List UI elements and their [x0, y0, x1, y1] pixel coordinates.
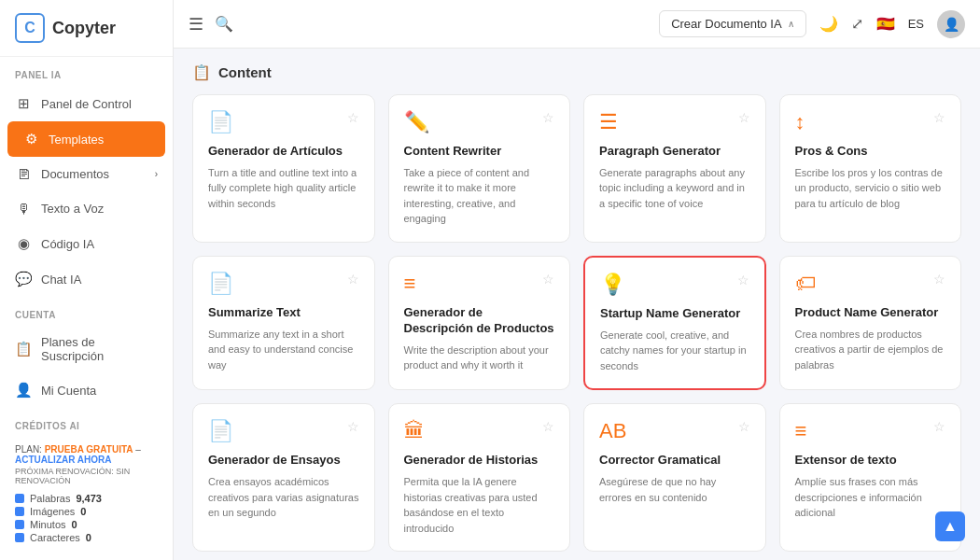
card-star[interactable]: ☆ [738, 419, 750, 434]
card-icon: ✏️ [404, 110, 429, 134]
card-generador-articulos[interactable]: 📄 ☆ Generador de Artículos Turn a title … [192, 94, 375, 243]
credit-palabras: Palabras 9,473 [15, 493, 158, 504]
card-desc: Crea ensayos académicos creativos para v… [208, 474, 359, 521]
card-star[interactable]: ☆ [933, 110, 945, 125]
codigo-ia-icon: ◉ [15, 235, 32, 252]
card-star[interactable]: ☆ [933, 272, 945, 287]
card-title: Generador de Ensayos [208, 453, 359, 469]
planes-label: Planes de Suscripción [41, 335, 158, 363]
card-icon: ☰ [599, 110, 618, 134]
card-icon: 📄 [208, 110, 233, 134]
plan-sep: – [135, 444, 141, 455]
card-icon: AB [599, 419, 626, 443]
codigo-ia-label: Código IA [41, 237, 94, 251]
panel-ia-label: PANEL IA [0, 57, 173, 86]
chat-ia-icon: 💬 [15, 271, 32, 287]
card-title: Generador de Historias [404, 453, 555, 469]
card-desc: Summarize any text in a short and easy t… [208, 327, 359, 373]
menu-icon[interactable]: ☰ [189, 14, 203, 35]
card-icon: ≡ [404, 272, 416, 296]
card-summarize-text[interactable]: 📄 ☆ Summarize Text Summarize any text in… [192, 256, 375, 390]
card-title: Generador de Descripción de Productos [404, 305, 555, 337]
card-star[interactable]: ☆ [347, 110, 359, 125]
card-title: Summarize Text [208, 305, 359, 321]
card-startup-name-generator[interactable]: 💡 ☆ Startup Name Generator Generate cool… [583, 256, 766, 390]
card-title: Pros & Cons [795, 144, 946, 160]
card-star[interactable]: ☆ [933, 419, 945, 434]
sidebar-item-panel-control[interactable]: ⊞ Panel de Control [0, 86, 173, 121]
credit-imagenes: Imágenes 0 [15, 506, 158, 517]
documentos-label: Documentos [41, 167, 109, 181]
card-desc: Crea nombres de productos creativos a pa… [795, 327, 946, 373]
card-desc: Turn a title and outline text into a ful… [208, 165, 359, 212]
sidebar-item-mi-cuenta[interactable]: 👤 Mi Cuenta [0, 372, 173, 408]
card-desc: Asegúrese de que no hay errores en su co… [599, 474, 750, 505]
content-area: 📋 Content 📄 ☆ Generador de Artículos Tur… [174, 49, 980, 560]
plan-upgrade[interactable]: ACTUALIZAR AHORA [15, 455, 112, 465]
sidebar-item-planes[interactable]: 📋 Planes de Suscripción [0, 326, 173, 372]
crear-documento-button[interactable]: Crear Documento IA ∧ [659, 10, 806, 37]
card-star[interactable]: ☆ [738, 110, 750, 125]
card-icon: 🏛 [404, 419, 425, 443]
user-avatar[interactable]: 👤 [937, 10, 965, 38]
card-top: 📄 ☆ [208, 419, 359, 443]
section-header: 📋 Content [192, 63, 961, 81]
card-top: ☰ ☆ [599, 110, 750, 134]
search-icon[interactable]: 🔍 [215, 15, 233, 33]
card-star[interactable]: ☆ [347, 272, 359, 287]
card-star[interactable]: ☆ [542, 110, 554, 125]
card-star[interactable]: ☆ [542, 419, 554, 434]
mi-cuenta-icon: 👤 [15, 382, 32, 399]
card-top: 🏛 ☆ [404, 419, 555, 443]
cards-grid: 📄 ☆ Generador de Artículos Turn a title … [192, 94, 961, 552]
sidebar-item-chat-ia[interactable]: 💬 Chat IA [0, 261, 173, 297]
card-title: Generador de Artículos [208, 144, 359, 160]
palabras-icon [15, 494, 24, 503]
card-title: Startup Name Generator [600, 306, 749, 322]
card-star[interactable]: ☆ [542, 272, 554, 287]
card-top: ≡ ☆ [795, 419, 946, 443]
templates-icon: ⚙ [22, 131, 39, 147]
sidebar-item-texto-voz[interactable]: 🎙 Texto a Voz [0, 191, 173, 226]
darkmode-icon[interactable]: 🌙 [819, 15, 838, 33]
card-title: Content Rewriter [404, 144, 555, 160]
card-icon: 💡 [600, 273, 625, 297]
imagenes-icon [15, 507, 24, 516]
card-pros-cons[interactable]: ↕ ☆ Pros & Cons Escribe los pros y los c… [779, 94, 962, 243]
card-desc: Write the description about your product… [404, 343, 555, 373]
sidebar-item-templates[interactable]: ⚙ Templates [7, 121, 165, 157]
texto-voz-label: Texto a Voz [41, 202, 104, 216]
scroll-top-button[interactable]: ▲ [935, 511, 965, 541]
sidebar: C Copyter PANEL IA ⊞ Panel de Control ⚙ … [0, 0, 174, 560]
card-generador-historias[interactable]: 🏛 ☆ Generador de Historias Permita que l… [388, 403, 571, 552]
sidebar-item-codigo-ia[interactable]: ◉ Código IA [0, 226, 173, 261]
card-product-name-generator[interactable]: 🏷 ☆ Product Name Generator Crea nombres … [779, 256, 962, 390]
plan-text: PLAN: PRUEBA GRATUITA – ACTUALIZAR AHORA [15, 444, 158, 465]
card-icon: ≡ [795, 419, 807, 443]
renovacion-text: PRÓXIMA RENOVACIÓN: SIN RENOVACIÓN [15, 467, 158, 485]
credits-section: PLAN: PRUEBA GRATUITA – ACTUALIZAR AHORA… [0, 437, 173, 553]
card-generador-descripcion[interactable]: ≡ ☆ Generador de Descripción de Producto… [388, 256, 571, 390]
minutos-icon [15, 520, 24, 529]
content-section-icon: 📋 [192, 63, 211, 81]
card-top: ≡ ☆ [404, 272, 555, 296]
templates-label: Templates [49, 133, 104, 147]
panel-control-icon: ⊞ [15, 95, 32, 112]
language-flag[interactable]: 🇪🇸 [876, 15, 895, 33]
creditos-label: CRÉDITOS AI [0, 408, 173, 437]
card-star[interactable]: ☆ [347, 419, 359, 434]
card-corrector-gramatical[interactable]: AB ☆ Corrector Gramatical Asegúrese de q… [583, 403, 766, 552]
card-title: Paragraph Generator [599, 144, 750, 160]
section-title: Content [218, 64, 272, 80]
card-extensor-texto[interactable]: ≡ ☆ Extensor de texto Amplíe sus frases … [779, 403, 962, 552]
card-title: Product Name Generator [795, 305, 946, 321]
sidebar-item-documentos[interactable]: 🖹 Documentos › [0, 157, 173, 191]
card-desc: Amplíe sus frases con más descripciones … [795, 474, 946, 521]
card-content-rewriter[interactable]: ✏️ ☆ Content Rewriter Take a piece of co… [388, 94, 571, 243]
card-star[interactable]: ☆ [737, 273, 749, 287]
card-desc: Generate cool, creative, and catchy name… [600, 328, 749, 374]
card-paragraph-generator[interactable]: ☰ ☆ Paragraph Generator Generate paragra… [583, 94, 766, 243]
fullscreen-icon[interactable]: ⤢ [851, 15, 863, 33]
card-desc: Take a piece of content and rewrite it t… [404, 165, 555, 227]
card-generador-ensayos[interactable]: 📄 ☆ Generador de Ensayos Crea ensayos ac… [192, 403, 375, 552]
